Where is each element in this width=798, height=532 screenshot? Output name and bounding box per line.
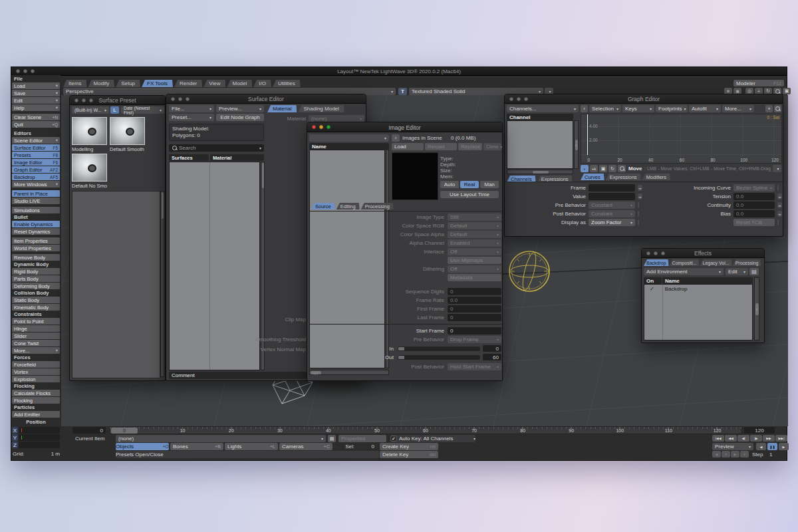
- sidebar-item[interactable]: Deforming Body: [12, 283, 60, 289]
- surface-preset-titlebar[interactable]: Surface Preset: [70, 96, 165, 105]
- clone-dropdown[interactable]: Clone▾: [483, 143, 501, 150]
- preview-dropdown[interactable]: Preview▾: [712, 443, 753, 450]
- preset-scrollbar[interactable]: [160, 191, 164, 377]
- preset-thumbnail[interactable]: [110, 117, 145, 145]
- graph-menu-dropdown[interactable]: Autofit▾: [689, 105, 721, 112]
- menu-tab[interactable]: I/O: [253, 80, 271, 87]
- sequence-field[interactable]: 0: [448, 305, 501, 313]
- file-dropdown[interactable]: File...▾: [169, 105, 214, 112]
- sidebar-item[interactable]: Static Body: [12, 297, 60, 303]
- stepper-icon[interactable]: [638, 202, 639, 208]
- select-objects-button[interactable]: Objects+O: [116, 443, 169, 450]
- sidebar-item[interactable]: Cone Twist: [12, 340, 60, 346]
- roll-icon[interactable]: ↻: [608, 165, 616, 172]
- sidebar-item[interactable]: Reset Dynamics: [12, 228, 60, 235]
- transport-button[interactable]: |▶: [750, 435, 762, 442]
- list-item[interactable]: ✓ Backdrop: [644, 285, 752, 292]
- environment-list[interactable]: ✓ Backdrop: [644, 284, 753, 340]
- in-slider-handle[interactable]: [398, 347, 404, 350]
- transport-button[interactable]: ▶▶: [763, 435, 775, 442]
- modeler-button[interactable]: Modeler F12: [733, 80, 784, 86]
- load-button[interactable]: Load: [392, 143, 424, 150]
- sidebar-item[interactable]: Quit+Q: [12, 121, 60, 128]
- select-lights-button[interactable]: Lights+L: [225, 443, 278, 450]
- stepper-icon[interactable]: ◂▸: [777, 211, 782, 217]
- help-dropdown[interactable]: ▾: [773, 165, 781, 172]
- sidebar-item[interactable]: Hinge: [12, 325, 60, 332]
- sidebar-item[interactable]: Slider: [12, 332, 60, 339]
- post-behavior-dropdown[interactable]: Hold Start Frame▾: [448, 363, 501, 370]
- undo-redo-button[interactable]: ◀: [712, 451, 721, 458]
- curve-form-control[interactable]: Bezier Spline▾: [733, 184, 775, 192]
- surface-editor-tab[interactable]: Material: [267, 105, 297, 112]
- reload-button[interactable]: Reload: [425, 143, 457, 150]
- graph-menu-dropdown[interactable]: Footprints▾: [656, 105, 688, 112]
- delete-key-button[interactable]: Delete Keydel: [380, 451, 438, 458]
- source-form-control[interactable]: Still▾: [448, 213, 501, 221]
- end-frame-field[interactable]: 120: [744, 427, 775, 434]
- source-form-control[interactable]: Metadata: [448, 274, 501, 281]
- undo-redo-button[interactable]: ▶: [731, 451, 739, 458]
- clipboard-icon[interactable]: ▤: [749, 268, 759, 275]
- current-frame-field[interactable]: 0: [72, 427, 106, 434]
- sidebar-item[interactable]: Image EditorF6: [12, 159, 60, 166]
- man-button[interactable]: Man: [480, 181, 499, 188]
- curve-form-control[interactable]: Reset TCB: [733, 219, 775, 226]
- in-slider[interactable]: [398, 346, 480, 351]
- preset-library-dropdown[interactable]: (Built-In) W...▾: [72, 106, 109, 114]
- menu-tab[interactable]: Utilities: [273, 80, 301, 87]
- sidebar-item[interactable]: Clear Scene+N: [12, 114, 60, 120]
- image-list-dropdown[interactable]: ▾: [309, 134, 389, 142]
- image-editor-tab[interactable]: Editing: [336, 203, 360, 209]
- sidebar-item[interactable]: Scene Editor▾: [12, 137, 60, 144]
- auto-button[interactable]: Auto: [440, 181, 459, 188]
- frame-all-icon[interactable]: ▣: [783, 88, 791, 94]
- sidebar-item[interactable]: More...▾: [12, 347, 60, 354]
- sidebar-item[interactable]: Kinematic Body: [12, 304, 60, 311]
- effects-scrollbar[interactable]: ≡: [754, 277, 759, 340]
- transport-button[interactable]: ▶▶|: [775, 435, 787, 442]
- menu-tab[interactable]: Items: [63, 80, 87, 87]
- preview-play-button[interactable]: ▶: [779, 443, 789, 450]
- sidebar-item[interactable]: Save▾: [12, 90, 60, 96]
- preset-sort-dropdown[interactable]: Date (Newest First)▾: [121, 106, 164, 114]
- use-layout-time-button[interactable]: Use Layout Time: [440, 191, 499, 198]
- search-input[interactable]: Search ▾: [169, 144, 264, 152]
- menu-tab[interactable]: Render: [174, 80, 202, 87]
- back-icon[interactable]: ‹: [581, 105, 588, 112]
- source-form-control[interactable]: Off▾: [448, 265, 501, 273]
- source-form-control[interactable]: Default▾: [448, 222, 501, 229]
- select-bones-button[interactable]: Bones+B: [170, 443, 223, 450]
- image-editor-titlebar[interactable]: Image Editor: [307, 122, 502, 132]
- source-form-control[interactable]: Default▾: [448, 231, 501, 238]
- effects-titlebar[interactable]: Effects: [642, 249, 764, 258]
- stepper-icon[interactable]: ◂▸: [638, 185, 642, 191]
- select-cameras-button[interactable]: Cameras+C: [279, 443, 332, 450]
- in-value-field[interactable]: 0: [483, 345, 501, 352]
- sidebar-item[interactable]: Rigid Body: [12, 268, 60, 275]
- stretch-icon[interactable]: ▣: [599, 165, 607, 172]
- menu-tab[interactable]: FX Tools: [142, 80, 173, 87]
- presets-toggle-bar[interactable]: Presets Open/Close: [116, 451, 379, 458]
- menu-tab[interactable]: Setup: [116, 80, 140, 87]
- y-position-input[interactable]: [19, 434, 60, 441]
- menu-tab[interactable]: Model: [227, 80, 252, 87]
- sidebar-item[interactable]: More Windows▾: [12, 181, 60, 188]
- texture-badge-icon[interactable]: T: [398, 88, 407, 95]
- curve-form-control[interactable]: 0.0: [733, 210, 775, 217]
- edit-node-graph-button[interactable]: Edit Node Graph: [216, 114, 264, 121]
- graph-tab[interactable]: Expressions: [606, 174, 641, 180]
- stepper-icon[interactable]: [777, 219, 779, 225]
- sidebar-item[interactable]: Remove Body: [12, 254, 60, 261]
- out-value-field[interactable]: 60: [483, 354, 501, 360]
- curve-form-control[interactable]: Zoom Factor▾: [589, 219, 635, 226]
- image-editor-tab[interactable]: Processing: [361, 203, 394, 209]
- preview-pause-button[interactable]: ❚❚: [767, 443, 777, 450]
- stepper-icon[interactable]: ◂▸: [777, 194, 782, 200]
- surfaces-column-header[interactable]: Surfaces: [169, 154, 209, 161]
- effects-tab[interactable]: Processing: [733, 259, 761, 266]
- material-column-header[interactable]: Material: [210, 154, 264, 161]
- main-titlebar[interactable]: Layout™ NewTek LightWave 3D® 2020.0.2 (M…: [11, 67, 787, 76]
- sequence-field[interactable]: 0.0: [448, 297, 501, 304]
- sidebar-item[interactable]: Calculate Flocks: [12, 390, 60, 396]
